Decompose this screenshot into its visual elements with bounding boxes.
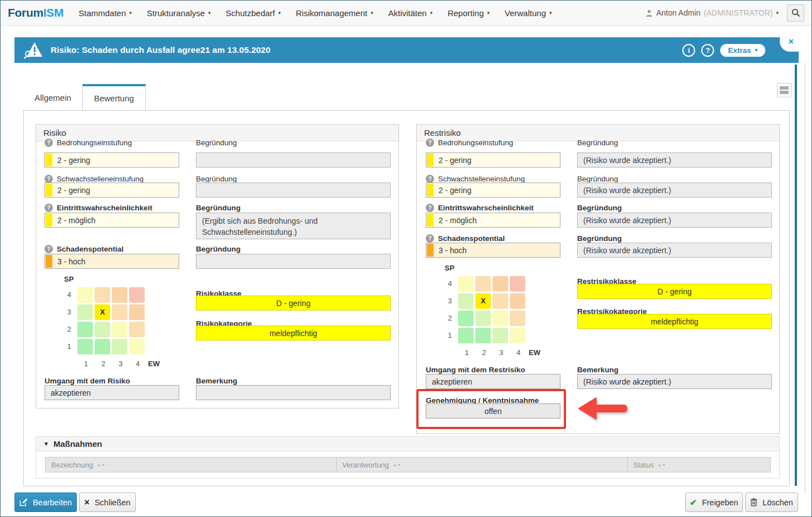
begruendung-field[interactable] xyxy=(196,183,391,198)
chevron-down-icon: ▾ xyxy=(208,10,211,16)
chevron-down-icon: ▾ xyxy=(549,10,552,16)
begruendung-field[interactable]: (Risiko wurde akzeptiert.) xyxy=(577,243,772,258)
bemerkung-field[interactable] xyxy=(196,385,391,400)
menu-stammdaten[interactable]: Stammdaten▾ xyxy=(78,8,132,18)
matrix-cell xyxy=(458,293,474,309)
massnahmen-header[interactable]: ▼Maßnahmen xyxy=(36,437,779,451)
matrix-grid: 43X211234EW xyxy=(64,286,165,372)
loeschen-button[interactable]: Löschen xyxy=(745,493,798,512)
chevron-down-icon: ▾ xyxy=(487,10,490,16)
begruendung-field[interactable] xyxy=(196,254,391,269)
schliessen-button[interactable]: × Schließen xyxy=(79,493,136,512)
matrix-cell xyxy=(77,339,93,354)
help-icon[interactable]: ? xyxy=(426,234,434,243)
matrix-cell xyxy=(112,339,127,354)
field-label: Bemerkung xyxy=(196,376,237,385)
search-icon xyxy=(791,8,800,17)
user-icon xyxy=(646,9,653,17)
collapse-icon: ▼ xyxy=(43,437,49,451)
level-color-bar xyxy=(46,154,52,166)
matrix-cell xyxy=(129,304,145,320)
freigeben-button[interactable]: ✔ Freigeben xyxy=(685,493,743,512)
matrix-cell xyxy=(475,276,491,292)
matrix-cell xyxy=(458,276,474,292)
matrix-ew-axis-label: EW xyxy=(527,348,540,357)
eintrittswahrscheinlichkeit-field[interactable]: 2 - möglich xyxy=(45,213,179,228)
help-icon[interactable]: ? xyxy=(45,139,53,147)
matrix-cell xyxy=(458,328,474,343)
schwachstelleneinstufung-field[interactable]: 2 - gering xyxy=(426,183,560,198)
matrix-col-label: 2 xyxy=(95,360,112,368)
menu-verwaltung[interactable]: Verwaltung▾ xyxy=(505,8,552,18)
search-button[interactable] xyxy=(787,4,804,22)
menu-schutzbedarf[interactable]: Schutzbedarf▾ xyxy=(226,8,281,18)
matrix-cell xyxy=(510,293,525,309)
field-label: Begründung xyxy=(577,234,622,243)
help-icon[interactable]: ? xyxy=(45,204,53,212)
matrix-col-label: 4 xyxy=(129,360,146,368)
umgang-risiko-field[interactable]: akzeptieren xyxy=(45,385,179,400)
column-bezeichnung[interactable]: Bezeichnung▲▼ xyxy=(45,457,336,472)
matrix-cell xyxy=(77,322,93,337)
menu-aktivitaeten[interactable]: Aktivitäten▾ xyxy=(388,8,432,18)
tab-bewertung[interactable]: Bewertung xyxy=(82,84,146,110)
sort-icon[interactable]: ▲▼ xyxy=(97,462,105,467)
field-label: ?Schadenspotential xyxy=(426,234,505,243)
menu-reporting[interactable]: Reporting▾ xyxy=(447,8,490,18)
field-label: Begründung xyxy=(196,174,237,183)
eintrittswahrscheinlichkeit-field[interactable]: 2 - möglich xyxy=(426,213,560,228)
schadenspotential-field[interactable]: 3 - hoch xyxy=(45,254,179,269)
schadenspotential-field[interactable]: 3 - hoch xyxy=(426,243,560,258)
chevron-down-icon: ▾ xyxy=(371,10,373,16)
matrix-row-label: 2 xyxy=(67,325,77,333)
info-icon[interactable]: i xyxy=(682,44,695,57)
help-icon[interactable]: ? xyxy=(426,139,434,147)
matrix-col-label: 2 xyxy=(475,348,493,357)
bedrohungseinstufung-field[interactable]: 2 - gering xyxy=(45,152,179,168)
level-color-bar xyxy=(427,244,434,257)
begruendung-field[interactable] xyxy=(196,152,391,168)
begruendung-field[interactable]: (Risiko wurde akzeptiert.) xyxy=(577,183,772,198)
scrollbar-thumb[interactable] xyxy=(795,65,797,486)
bemerkung-field[interactable]: (Risiko wurde akzeptiert.) xyxy=(577,374,772,389)
user-menu[interactable]: Anton Admin (ADMINISTRATOR) ▾ xyxy=(646,8,779,17)
help-icon[interactable]: ? xyxy=(45,245,53,253)
matrix-col-label: 1 xyxy=(77,360,95,368)
matrix-cell xyxy=(493,276,508,292)
menu-risikomanagement[interactable]: Risikomanagement▾ xyxy=(296,8,373,18)
sort-icon[interactable]: ▲▼ xyxy=(393,462,401,467)
column-verantwortung[interactable]: Verantwortung▲▼ xyxy=(336,457,627,472)
matrix-ew-axis-label: EW xyxy=(146,360,160,368)
sort-icon[interactable]: ▲▼ xyxy=(658,462,666,467)
help-icon[interactable]: ? xyxy=(701,44,714,57)
begruendung-field[interactable]: (Ergibt sich aus Bedrohungs- und Schwach… xyxy=(196,213,391,239)
extras-button[interactable]: Extras▾ xyxy=(720,44,765,57)
column-status[interactable]: Status▲▼ xyxy=(627,457,771,472)
restrisiko-panel: Restrisiko ?Bedrohungseinstufung 2 - ger… xyxy=(416,124,780,434)
begruendung-field[interactable]: (Risiko wurde akzeptiert.) xyxy=(577,213,772,228)
tab-allgemein[interactable]: Allgemein xyxy=(23,85,82,110)
matrix-sp-axis-label: SP xyxy=(64,275,165,283)
matrix-cell xyxy=(129,322,145,337)
matrix-row-label: 4 xyxy=(448,279,458,288)
list-view-icon[interactable] xyxy=(777,83,791,97)
field-label: Begründung xyxy=(196,244,240,253)
matrix-cell xyxy=(493,293,508,309)
field-label: Begründung xyxy=(577,203,622,212)
bedrohungseinstufung-field[interactable]: 2 - gering xyxy=(426,152,560,168)
risikoklasse-value: D - gering xyxy=(196,296,391,311)
bearbeiten-button[interactable]: Bearbeiten xyxy=(14,493,77,512)
app-logo[interactable]: ForumISM xyxy=(8,6,63,19)
begruendung-field[interactable]: (Risiko wurde akzeptiert.) xyxy=(577,152,772,168)
umgang-restrisiko-field[interactable]: akzeptieren xyxy=(426,374,560,389)
matrix-col-label: 1 xyxy=(458,348,475,357)
help-icon[interactable]: ? xyxy=(426,204,434,212)
help-icon[interactable]: ? xyxy=(45,175,53,183)
schwachstelleneinstufung-field[interactable]: 2 - gering xyxy=(45,183,179,198)
menu-strukturanalyse[interactable]: Strukturanalyse▾ xyxy=(147,8,211,18)
dialog-title: Risiko: Schaden durch Ausfall agree21 am… xyxy=(51,45,270,55)
help-icon[interactable]: ? xyxy=(426,175,434,183)
risk-matrix: SP43X211234EW xyxy=(64,275,165,372)
matrix-row-label: 3 xyxy=(67,308,77,316)
close-button[interactable]: × xyxy=(780,35,800,52)
